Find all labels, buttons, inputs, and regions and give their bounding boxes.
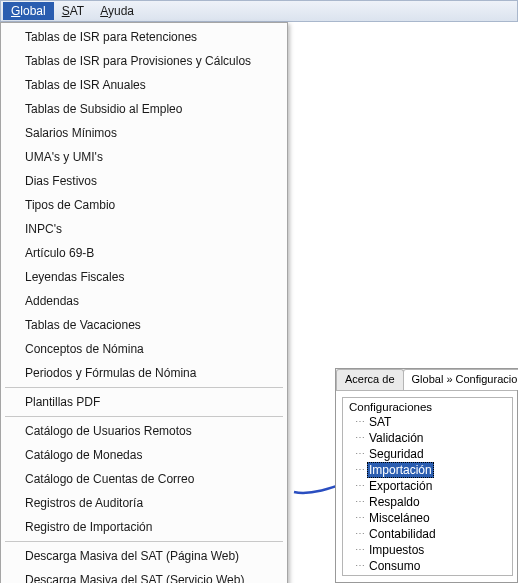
tree-branch-icon: ⋯ — [355, 462, 365, 478]
menu-item[interactable]: Tablas de ISR para Provisiones y Cálculo… — [1, 49, 287, 73]
menu-item[interactable]: Addendas — [1, 289, 287, 313]
menu-item[interactable]: Tablas de Subsidio al Empleo — [1, 97, 287, 121]
tab[interactable]: Global » Configuraciones — [403, 369, 518, 390]
menu-item[interactable]: UMA's y UMI's — [1, 145, 287, 169]
menu-item[interactable]: Registro de Importación — [1, 515, 287, 539]
tree-branch-icon: ⋯ — [355, 430, 365, 446]
menu-item[interactable]: INPC's — [1, 217, 287, 241]
menu-separator — [5, 541, 283, 542]
tab[interactable]: Acerca de — [336, 369, 404, 390]
menubar-item-ayuda[interactable]: Ayuda — [92, 2, 142, 20]
menu-item[interactable]: Registros de Auditoría — [1, 491, 287, 515]
menubar-item-global[interactable]: Global — [3, 2, 54, 20]
tree-node[interactable]: ⋯Importación — [355, 462, 508, 478]
config-panel: Acerca deGlobal » Configuraciones Config… — [335, 368, 518, 583]
tree-node[interactable]: ⋯SAT — [355, 414, 508, 430]
tree-branch-icon: ⋯ — [355, 494, 365, 510]
menu-item[interactable]: Tipos de Cambio — [1, 193, 287, 217]
menu-item[interactable]: Catálogo de Monedas — [1, 443, 287, 467]
tree-node-label: Importación — [367, 462, 434, 478]
menu-item[interactable]: Periodos y Fórmulas de Nómina — [1, 361, 287, 385]
tree-node-label: Consumo — [367, 558, 422, 574]
tree-node-label: Respaldo — [367, 494, 422, 510]
global-dropdown-menu: Tablas de ISR para RetencionesTablas de … — [0, 22, 288, 583]
tree-branch-icon: ⋯ — [355, 478, 365, 494]
menu-item[interactable]: Tablas de ISR Anuales — [1, 73, 287, 97]
tree-node-label: Contabilidad — [367, 526, 438, 542]
tree-children: ⋯SAT⋯Validación⋯Seguridad⋯Importación⋯Ex… — [355, 414, 508, 574]
menu-item[interactable]: Plantillas PDF — [1, 390, 287, 414]
tree-node-label: Validación — [367, 430, 425, 446]
tree-branch-icon: ⋯ — [355, 542, 365, 558]
menu-item[interactable]: Artículo 69-B — [1, 241, 287, 265]
tree-node[interactable]: ⋯Misceláneo — [355, 510, 508, 526]
menu-item[interactable]: Conceptos de Nómina — [1, 337, 287, 361]
menu-item[interactable]: Catálogo de Cuentas de Correo — [1, 467, 287, 491]
menu-item[interactable]: Descarga Masiva del SAT (Página Web) — [1, 544, 287, 568]
tree-node-label: Exportación — [367, 478, 434, 494]
tree-branch-icon: ⋯ — [355, 414, 365, 430]
tree-node[interactable]: ⋯Impuestos — [355, 542, 508, 558]
tree-node-label: Misceláneo — [367, 510, 432, 526]
tree-node-label: Impuestos — [367, 542, 426, 558]
tree-node[interactable]: ⋯Consumo — [355, 558, 508, 574]
tree-node[interactable]: ⋯Respaldo — [355, 494, 508, 510]
tab-bar: Acerca deGlobal » Configuraciones — [336, 369, 517, 391]
tree-branch-icon: ⋯ — [355, 558, 365, 574]
tree-branch-icon: ⋯ — [355, 510, 365, 526]
tree-node[interactable]: ⋯Seguridad — [355, 446, 508, 462]
tree-branch-icon: ⋯ — [355, 446, 365, 462]
menu-item[interactable]: Dias Festivos — [1, 169, 287, 193]
tree-root[interactable]: Configuraciones — [347, 400, 508, 414]
menu-item[interactable]: Catálogo de Usuarios Remotos — [1, 419, 287, 443]
tree-node[interactable]: ⋯Validación — [355, 430, 508, 446]
menu-item[interactable]: Salarios Mínimos — [1, 121, 287, 145]
menu-item[interactable]: Leyendas Fiscales — [1, 265, 287, 289]
menu-item[interactable]: Tablas de Vacaciones — [1, 313, 287, 337]
menu-separator — [5, 387, 283, 388]
tree-view: Configuraciones ⋯SAT⋯Validación⋯Segurida… — [342, 397, 513, 576]
tree-branch-icon: ⋯ — [355, 526, 365, 542]
menu-item[interactable]: Tablas de ISR para Retenciones — [1, 25, 287, 49]
tree-node[interactable]: ⋯Exportación — [355, 478, 508, 494]
menu-separator — [5, 416, 283, 417]
tree-node-label: Seguridad — [367, 446, 426, 462]
menubar: GlobalSATAyuda — [0, 0, 518, 22]
menu-item[interactable]: Descarga Masiva del SAT (Servicio Web) — [1, 568, 287, 583]
tree-node-label: SAT — [367, 414, 393, 430]
menubar-item-sat[interactable]: SAT — [54, 2, 92, 20]
tree-node[interactable]: ⋯Contabilidad — [355, 526, 508, 542]
